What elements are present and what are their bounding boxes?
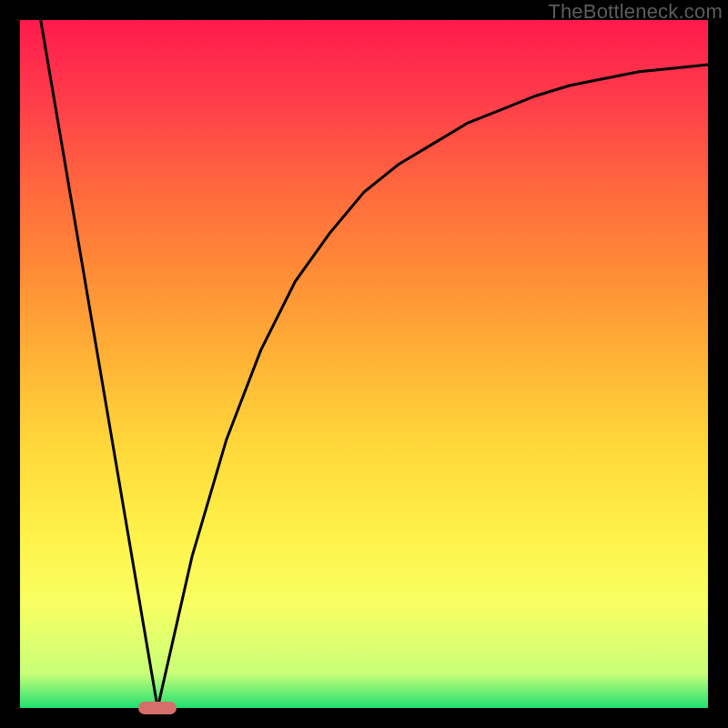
right-bottleneck-curve	[157, 65, 708, 708]
left-bottleneck-line	[41, 20, 158, 708]
curve-layer	[20, 20, 708, 708]
plot-area	[20, 20, 708, 708]
optimal-point-marker	[138, 702, 177, 714]
